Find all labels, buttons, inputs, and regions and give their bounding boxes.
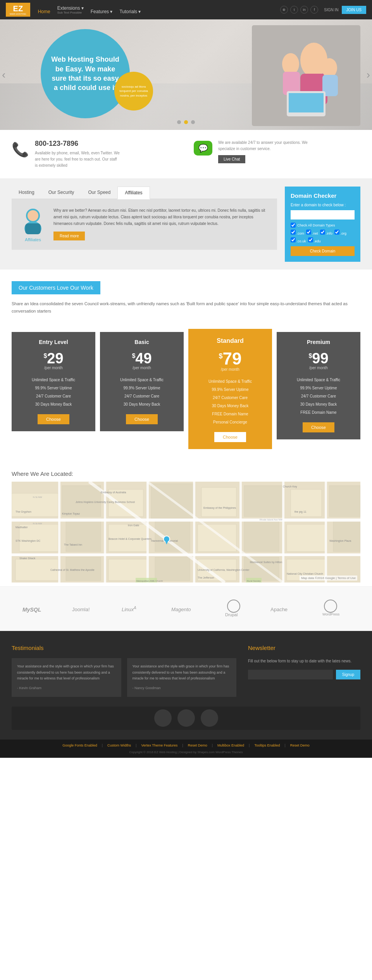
domain-checker: Domain Checker Enter a domain to check b… bbox=[285, 187, 360, 262]
tab-our-speed[interactable]: Our Speed bbox=[81, 187, 117, 199]
svg-rect-19 bbox=[244, 486, 283, 517]
joinus-button[interactable]: JOIN US bbox=[342, 6, 366, 14]
plan-price-basic: $49 bbox=[105, 351, 179, 366]
com-checkbox[interactable] bbox=[291, 230, 296, 235]
chat-section: 💬 We are available 24/7 to answer your q… bbox=[194, 140, 360, 163]
rss-icon[interactable]: ⊕ bbox=[280, 6, 288, 14]
nav-item-tutorials[interactable]: Tutorials ▾ bbox=[119, 9, 141, 14]
contact-bar: 📞 800-123-7896 Available by phone, email… bbox=[0, 130, 372, 179]
twitter-icon[interactable]: t bbox=[290, 6, 298, 14]
check-domain-button[interactable]: Check Domain bbox=[291, 246, 355, 256]
pricing-card-premium: Premium $99 /per month Unlimited Space &… bbox=[277, 332, 360, 439]
customers-section: Our Customers Love Our Work Share an Ide… bbox=[0, 270, 372, 322]
svg-rect-39 bbox=[58, 482, 60, 582]
signup-button[interactable]: Signup bbox=[336, 670, 360, 679]
chat-bubble-icon: 💬 bbox=[194, 141, 212, 156]
next-arrow[interactable]: › bbox=[367, 69, 370, 81]
footer-link-sep-4: | bbox=[212, 743, 213, 747]
copyright: Copyright © 2016 EZ Web Hosting | Design… bbox=[12, 750, 360, 754]
nav-sub-extensions: Sub Text Possible bbox=[57, 11, 84, 14]
svg-text:Rhode Island Ave NW: Rhode Island Ave NW bbox=[260, 519, 282, 521]
choose-basic-button[interactable]: Choose bbox=[126, 414, 158, 424]
tab-affiliates[interactable]: Affiliates bbox=[117, 187, 150, 199]
footer-link-3[interactable]: Vertex Theme Features bbox=[141, 743, 177, 747]
choose-entry-button[interactable]: Choose bbox=[38, 414, 69, 424]
check-all-checkbox[interactable] bbox=[291, 223, 296, 228]
nav-logo[interactable]: EZ WEB HOSTING bbox=[6, 3, 30, 17]
choose-standard-button[interactable]: Choose bbox=[214, 432, 246, 442]
plan-name-entry: Entry Level bbox=[16, 339, 91, 345]
nav-item-features[interactable]: Features ▾ bbox=[91, 9, 113, 14]
footer-link-7[interactable]: Reset Demo bbox=[290, 743, 310, 747]
domain-input[interactable] bbox=[291, 210, 355, 220]
nav-item-home[interactable]: Home bbox=[38, 9, 50, 14]
read-more-button[interactable]: Read more bbox=[53, 232, 85, 240]
svg-text:N St NW: N St NW bbox=[33, 522, 42, 525]
chat-text: We are available 24/7 to answer your que… bbox=[218, 140, 311, 152]
tabs-nav: Hosting Our Security Our Speed Affiliate… bbox=[12, 187, 277, 199]
footer-link-5[interactable]: Multibox Enabled bbox=[217, 743, 244, 747]
linkedin-icon[interactable]: in bbox=[300, 6, 308, 14]
tech-joomla: Joomla! bbox=[71, 600, 96, 617]
plan-features-standard: Unlimited Space & Traffic99.9% Server Up… bbox=[193, 377, 267, 426]
plan-price-entry: $29 bbox=[16, 351, 91, 366]
tech-apache: Apache bbox=[270, 600, 297, 617]
net-checkbox[interactable] bbox=[306, 230, 311, 235]
plan-name-premium: Premium bbox=[281, 339, 356, 345]
map-attribution: Map data ©2016 Google | Terms of Use bbox=[300, 576, 357, 581]
plan-price-standard: $79 bbox=[193, 350, 267, 367]
testimonial-2-text: Your assistance and the style with grace… bbox=[133, 664, 231, 681]
hero-person-svg bbox=[252, 25, 360, 126]
svg-text:the pig 11: the pig 11 bbox=[294, 510, 307, 513]
live-chat-button[interactable]: Live Chat bbox=[218, 155, 245, 163]
hero-dot-1[interactable] bbox=[177, 120, 181, 124]
hero-dots bbox=[177, 120, 195, 124]
svg-text:WordPress: WordPress bbox=[322, 612, 340, 616]
navbar: EZ WEB HOSTING Home Extensions ▾ Sub Tex… bbox=[0, 0, 372, 19]
customers-title-bar: Our Customers Love Our Work bbox=[12, 281, 100, 294]
nav-links: Home Extensions ▾ Sub Text Possible Feat… bbox=[38, 5, 281, 14]
choose-premium-button[interactable]: Choose bbox=[303, 422, 334, 432]
hero-image bbox=[252, 25, 360, 127]
nav-item-extensions[interactable]: Extensions ▾ Sub Text Possible bbox=[57, 5, 84, 14]
tech-drupal: Drupal bbox=[222, 598, 245, 619]
svg-rect-12 bbox=[25, 223, 41, 234]
footer-link-4[interactable]: Reset Demo bbox=[188, 743, 207, 747]
footer-link-6[interactable]: Tooltips Enabled bbox=[254, 743, 280, 747]
footer-links-bar: Google Fonts Enabled | Custom Widths | V… bbox=[0, 740, 372, 758]
svg-text:Embassy of the Philippines: Embassy of the Philippines bbox=[203, 506, 236, 510]
svg-rect-32 bbox=[108, 559, 147, 581]
tech-magento: Magento bbox=[170, 600, 198, 617]
tab-our-security[interactable]: Our Security bbox=[41, 187, 81, 199]
nav-social: ⊕ t in f bbox=[280, 6, 318, 14]
newsletter-input[interactable] bbox=[248, 670, 333, 679]
phone-section: 📞 800-123-7896 Available by phone, email… bbox=[12, 140, 178, 169]
hero-dot-2[interactable] bbox=[184, 120, 188, 124]
info-checkbox[interactable] bbox=[320, 230, 325, 235]
tech-mysql: MySQL bbox=[20, 599, 47, 619]
signin-button[interactable]: SIGN IN bbox=[324, 8, 338, 12]
svg-rect-33 bbox=[155, 557, 190, 581]
svg-rect-44 bbox=[282, 482, 284, 582]
tab-hosting[interactable]: Hosting bbox=[12, 187, 41, 199]
facebook-icon[interactable]: f bbox=[310, 6, 318, 14]
svg-text:Cathedral of St. Matthew the A: Cathedral of St. Matthew the Apostle bbox=[50, 569, 95, 572]
org-checkbox[interactable] bbox=[334, 230, 339, 235]
tab-text-content: Why are we better? Aenean eu dictum nisi… bbox=[53, 207, 269, 242]
footer-link-2[interactable]: Custom Widths bbox=[107, 743, 131, 747]
tech-wordpress: WordPress bbox=[321, 598, 352, 619]
nav-auth: SIGN IN JOIN US bbox=[324, 6, 366, 14]
svg-text:Beacon Hotel & Corporate Quart: Beacon Hotel & Corporate Quarters bbox=[108, 538, 152, 541]
edu-checkbox[interactable] bbox=[308, 237, 313, 242]
svg-rect-40 bbox=[104, 482, 106, 582]
map-svg: Johns Hopkins University Carey Business … bbox=[12, 482, 360, 582]
prev-arrow[interactable]: ‹ bbox=[2, 69, 5, 81]
hero-dot-3[interactable] bbox=[191, 120, 195, 124]
svg-text:Shake Shack: Shake Shack bbox=[19, 557, 36, 560]
couk-checkbox[interactable] bbox=[291, 237, 296, 242]
svg-rect-41 bbox=[146, 482, 149, 582]
svg-text:MySQL: MySQL bbox=[22, 607, 41, 613]
svg-point-5 bbox=[322, 58, 337, 78]
svg-rect-42 bbox=[193, 482, 195, 582]
footer-link-1[interactable]: Google Fonts Enabled bbox=[62, 743, 97, 747]
